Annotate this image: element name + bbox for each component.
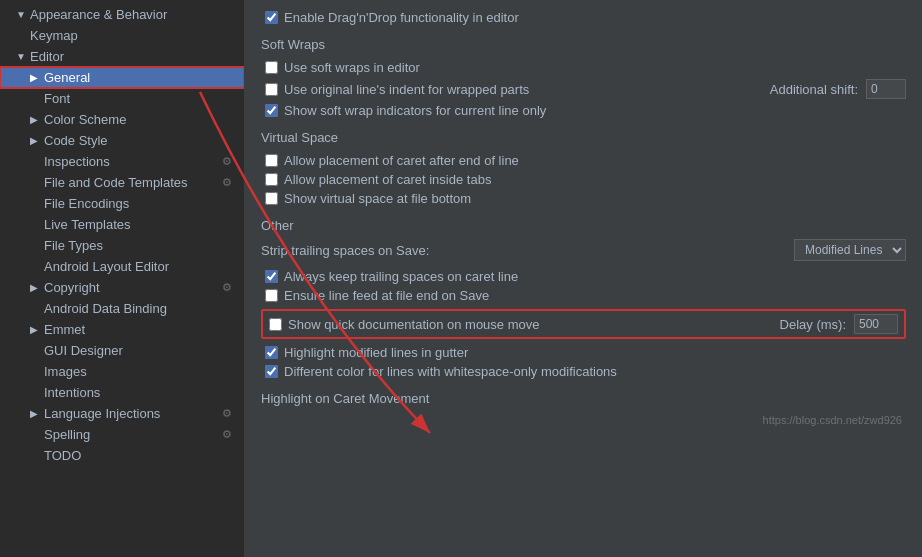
sidebar-item-language-injections[interactable]: ▶ Language Injections ⚙ [0, 403, 244, 424]
sidebar-item-label: Inspections [44, 154, 110, 169]
additional-shift-input[interactable] [866, 79, 906, 99]
strip-trailing-label: Strip trailing spaces on Save: [261, 243, 429, 258]
sidebar-item-label: Emmet [44, 322, 85, 337]
expand-arrow-appearance: ▼ [16, 9, 30, 20]
main-content: Enable Drag'n'Drop functionality in edit… [245, 0, 922, 557]
sidebar-item-label: Intentions [44, 385, 100, 400]
ensure-line-feed-label[interactable]: Ensure line feed at file end on Save [265, 288, 489, 303]
expand-arrow-general: ▶ [30, 72, 44, 83]
caret-after-end-label[interactable]: Allow placement of caret after end of li… [265, 153, 519, 168]
original-indent-text: Use original line's indent for wrapped p… [284, 82, 529, 97]
expand-arrow-editor: ▼ [16, 51, 30, 62]
original-indent-row: Use original line's indent for wrapped p… [265, 77, 906, 101]
expand-arrow-emmet: ▶ [30, 324, 44, 335]
sidebar-item-editor[interactable]: ▼ Editor [0, 46, 244, 67]
caret-after-end-text: Allow placement of caret after end of li… [284, 153, 519, 168]
sidebar-item-todo[interactable]: TODO [0, 445, 244, 466]
expand-arrow-language-injections: ▶ [30, 408, 44, 419]
ensure-line-feed-text: Ensure line feed at file end on Save [284, 288, 489, 303]
ensure-line-feed-checkbox[interactable] [265, 289, 278, 302]
highlight-modified-label[interactable]: Highlight modified lines in gutter [265, 345, 468, 360]
sidebar-item-font[interactable]: Font [0, 88, 244, 109]
caret-inside-tabs-text: Allow placement of caret inside tabs [284, 172, 491, 187]
caret-inside-tabs-checkbox[interactable] [265, 173, 278, 186]
sidebar: ▼ Appearance & Behavior Keymap ▼ Editor … [0, 0, 245, 557]
highlight-modified-row: Highlight modified lines in gutter [265, 343, 906, 362]
sidebar-item-keymap[interactable]: Keymap [0, 25, 244, 46]
expand-arrow-copyright: ▶ [30, 282, 44, 293]
always-keep-trailing-checkbox[interactable] [265, 270, 278, 283]
original-indent-label[interactable]: Use original line's indent for wrapped p… [265, 82, 529, 97]
sidebar-item-label: File Types [44, 238, 103, 253]
quick-doc-text: Show quick documentation on mouse move [288, 317, 539, 332]
settings-icon: ⚙ [222, 155, 238, 168]
other-section-title: Other [261, 218, 906, 233]
caret-inside-tabs-row: Allow placement of caret inside tabs [265, 170, 906, 189]
sidebar-item-inspections[interactable]: Inspections ⚙ [0, 151, 244, 172]
sidebar-item-label: Font [44, 91, 70, 106]
sidebar-item-live-templates[interactable]: Live Templates [0, 214, 244, 235]
sidebar-item-label: Appearance & Behavior [30, 7, 167, 22]
sidebar-item-label: Editor [30, 49, 64, 64]
sidebar-item-label: Spelling [44, 427, 90, 442]
caret-after-end-checkbox[interactable] [265, 154, 278, 167]
sidebar-item-label: Images [44, 364, 87, 379]
use-soft-wraps-checkbox[interactable] [265, 61, 278, 74]
original-indent-checkbox[interactable] [265, 83, 278, 96]
sidebar-item-images[interactable]: Images [0, 361, 244, 382]
always-keep-trailing-label[interactable]: Always keep trailing spaces on caret lin… [265, 269, 518, 284]
use-soft-wraps-label[interactable]: Use soft wraps in editor [265, 60, 420, 75]
caret-after-end-row: Allow placement of caret after end of li… [265, 151, 906, 170]
sidebar-item-android-data-binding[interactable]: Android Data Binding [0, 298, 244, 319]
settings-icon: ⚙ [222, 407, 238, 420]
enable-dragndrop-checkbox[interactable] [265, 11, 278, 24]
strip-trailing-select[interactable]: Modified Lines All None [794, 239, 906, 261]
sidebar-item-label: Language Injections [44, 406, 160, 421]
use-soft-wraps-text: Use soft wraps in editor [284, 60, 420, 75]
settings-icon: ⚙ [222, 428, 238, 441]
different-color-text: Different color for lines with whitespac… [284, 364, 617, 379]
soft-wrap-indicators-label[interactable]: Show soft wrap indicators for current li… [265, 103, 546, 118]
enable-dragndrop-label[interactable]: Enable Drag'n'Drop functionality in edit… [265, 10, 519, 25]
sidebar-item-label: Code Style [44, 133, 108, 148]
virtual-space-bottom-checkbox[interactable] [265, 192, 278, 205]
additional-shift-label: Additional shift: [770, 82, 858, 97]
sidebar-item-emmet[interactable]: ▶ Emmet [0, 319, 244, 340]
always-keep-trailing-text: Always keep trailing spaces on caret lin… [284, 269, 518, 284]
sidebar-item-label: GUI Designer [44, 343, 123, 358]
different-color-checkbox[interactable] [265, 365, 278, 378]
sidebar-item-appearance[interactable]: ▼ Appearance & Behavior [0, 4, 244, 25]
sidebar-item-general[interactable]: ▶ General [0, 67, 244, 88]
sidebar-item-label: File Encodings [44, 196, 129, 211]
highlight-modified-checkbox[interactable] [265, 346, 278, 359]
sidebar-item-intentions[interactable]: Intentions [0, 382, 244, 403]
different-color-label[interactable]: Different color for lines with whitespac… [265, 364, 617, 379]
quick-doc-checkbox[interactable] [269, 318, 282, 331]
expand-arrow-color-scheme: ▶ [30, 114, 44, 125]
ensure-line-feed-row: Ensure line feed at file end on Save [265, 286, 906, 305]
sidebar-item-file-encodings[interactable]: File Encodings [0, 193, 244, 214]
virtual-space-bottom-label[interactable]: Show virtual space at file bottom [265, 191, 471, 206]
soft-wrap-indicators-text: Show soft wrap indicators for current li… [284, 103, 546, 118]
sidebar-item-label: General [44, 70, 90, 85]
quick-doc-label[interactable]: Show quick documentation on mouse move [269, 317, 539, 332]
sidebar-item-color-scheme[interactable]: ▶ Color Scheme [0, 109, 244, 130]
soft-wrap-indicators-checkbox[interactable] [265, 104, 278, 117]
sidebar-item-gui-designer[interactable]: GUI Designer [0, 340, 244, 361]
sidebar-item-file-code-templates[interactable]: File and Code Templates ⚙ [0, 172, 244, 193]
sidebar-item-label: Copyright [44, 280, 100, 295]
highlight-modified-text: Highlight modified lines in gutter [284, 345, 468, 360]
sidebar-item-label: File and Code Templates [44, 175, 188, 190]
enable-dragndrop-row: Enable Drag'n'Drop functionality in edit… [265, 8, 906, 27]
delay-input[interactable] [854, 314, 898, 334]
sidebar-item-code-style[interactable]: ▶ Code Style [0, 130, 244, 151]
sidebar-item-spelling[interactable]: Spelling ⚙ [0, 424, 244, 445]
page-wrapper: ▼ Appearance & Behavior Keymap ▼ Editor … [0, 0, 922, 557]
sidebar-item-copyright[interactable]: ▶ Copyright ⚙ [0, 277, 244, 298]
strip-trailing-row: Strip trailing spaces on Save: Modified … [261, 239, 906, 261]
virtual-space-section-title: Virtual Space [261, 130, 906, 145]
different-color-row: Different color for lines with whitespac… [265, 362, 906, 381]
sidebar-item-android-layout-editor[interactable]: Android Layout Editor [0, 256, 244, 277]
sidebar-item-file-types[interactable]: File Types [0, 235, 244, 256]
caret-inside-tabs-label[interactable]: Allow placement of caret inside tabs [265, 172, 491, 187]
